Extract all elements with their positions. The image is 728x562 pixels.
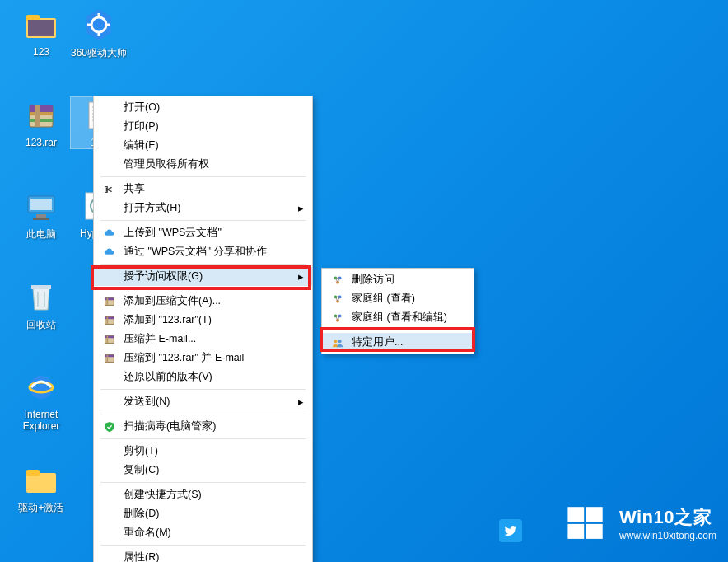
svg-rect-58: [567, 507, 584, 522]
icon-label: Internet: [13, 409, 69, 420]
svg-rect-36: [105, 297, 114, 300]
svg-rect-10: [30, 105, 53, 112]
menu-item-label: 添加到 "123.rar"(T): [124, 313, 289, 327]
cloud-icon: [100, 246, 119, 258]
svg-rect-59: [586, 507, 603, 522]
menu-item[interactable]: 打印(P): [94, 117, 312, 136]
menu-item[interactable]: 删除(D): [94, 504, 312, 523]
menu-item[interactable]: 扫描病毒(电脑管家): [94, 417, 312, 436]
icon-label: 123.rar: [13, 137, 69, 148]
menu-item[interactable]: 打开(O): [94, 98, 312, 117]
desktop-icon-driver-master[interactable]: 360驱动大师: [71, 7, 127, 60]
svg-rect-40: [107, 316, 109, 324]
menu-item-label: 压缩并 E-mail...: [124, 332, 289, 346]
desktop-icon-rar-123[interactable]: 123.rar: [13, 97, 69, 148]
menu-item[interactable]: 添加到 "123.rar"(T): [94, 311, 312, 330]
menu-separator: [100, 414, 306, 414]
menu-item-label: 创建快捷方式(S): [124, 488, 289, 502]
menu-item-label: 打开(O): [124, 101, 289, 115]
menu-separator: [100, 288, 306, 289]
desktop-icon-folder-123[interactable]: 123: [13, 7, 69, 58]
menu-item-label: 属性(R): [124, 550, 289, 562]
menu-item[interactable]: 共享: [94, 180, 312, 199]
cloud-icon: [100, 227, 119, 239]
menu-item-label: 重命名(M): [124, 526, 289, 540]
menu-item[interactable]: 重命名(M): [94, 523, 312, 542]
menu-item-label: 发送到(N): [124, 395, 289, 409]
menu-item[interactable]: 添加到压缩文件(A)...: [94, 292, 312, 311]
menu-item-label: 打印(P): [124, 119, 289, 133]
menu-item-label: 家庭组 (查看): [352, 292, 450, 306]
menu-item[interactable]: 删除访问: [322, 270, 474, 289]
net-icon: [329, 293, 347, 305]
menu-item[interactable]: 压缩并 E-mail...: [94, 330, 312, 349]
submenu-arrow-icon: ▸: [298, 202, 304, 214]
desktop-icon-recycle-bin[interactable]: 回收站: [13, 279, 69, 332]
net-icon: [329, 312, 347, 324]
menu-item[interactable]: 创建快捷方式(S): [94, 485, 312, 504]
desktop-icon-this-pc[interactable]: 此电脑: [13, 188, 69, 241]
menu-item-label: 通过 "WPS云文档" 分享和协作: [124, 245, 289, 259]
menu-item-label: 特定用户...: [352, 335, 450, 349]
menu-item[interactable]: 通过 "WPS云文档" 分享和协作: [94, 242, 312, 261]
svg-point-56: [334, 340, 337, 343]
menu-item[interactable]: 上传到 "WPS云文档": [94, 223, 312, 242]
users-icon: [329, 337, 347, 349]
menu-item[interactable]: 还原以前的版本(V): [94, 368, 312, 386]
shield-icon: [100, 421, 119, 433]
menu-item[interactable]: 授予访问权限(G)▸: [94, 267, 312, 286]
menu-separator: [100, 389, 306, 390]
desktop-icon-internet-explorer[interactable]: InternetExplorer: [13, 369, 69, 432]
menu-item-label: 删除访问: [352, 273, 450, 287]
rar-icon: [100, 334, 119, 345]
menu-item-label: 上传到 "WPS云文档": [124, 226, 289, 240]
menu-item-label: 还原以前的版本(V): [124, 370, 289, 384]
svg-rect-11: [30, 112, 53, 115]
submenu-arrow-icon: ▸: [298, 270, 304, 283]
desktop-icon-driver-activate[interactable]: 驱动+激活: [13, 461, 69, 515]
menu-item-label: 家庭组 (查看和编辑): [352, 311, 450, 325]
icon-label: 驱动+激活: [13, 501, 69, 515]
pc-icon: [23, 188, 59, 224]
menu-item[interactable]: 复制(C): [94, 461, 312, 480]
menu-separator: [329, 330, 467, 330]
rar-icon: [100, 353, 119, 364]
menu-item[interactable]: 属性(R): [94, 548, 312, 562]
net-icon: [329, 274, 347, 286]
menu-item[interactable]: 剪切(T): [94, 442, 312, 461]
svg-rect-45: [105, 354, 114, 357]
menu-item[interactable]: 打开方式(H)▸: [94, 199, 312, 218]
context-submenu-access: 删除访问家庭组 (查看)家庭组 (查看和编辑)特定用户...: [321, 268, 474, 354]
menu-item[interactable]: 家庭组 (查看): [322, 289, 474, 308]
bin-icon: [23, 279, 59, 315]
menu-item-label: 压缩到 "123.rar" 并 E-mail: [124, 351, 289, 365]
svg-rect-12: [30, 119, 53, 122]
menu-item[interactable]: 发送到(N)▸: [94, 392, 312, 411]
menu-item-label: 管理员取得所有权: [124, 157, 289, 171]
menu-item[interactable]: 管理员取得所有权: [94, 155, 312, 174]
icon-label: 123: [13, 46, 69, 58]
svg-rect-23: [33, 218, 49, 220]
svg-rect-21: [30, 199, 52, 210]
svg-rect-22: [36, 214, 46, 218]
folder-img-icon: [23, 7, 59, 43]
menu-separator: [100, 220, 306, 221]
menu-item[interactable]: 压缩到 "123.rar" 并 E-mail: [94, 349, 312, 368]
rar-icon: [23, 97, 59, 133]
rar-icon: [100, 296, 119, 307]
icon-label: 回收站: [13, 318, 69, 332]
menu-separator: [100, 264, 306, 265]
svg-rect-27: [31, 285, 51, 289]
svg-rect-61: [586, 524, 603, 539]
menu-item[interactable]: 特定用户...: [322, 333, 474, 352]
menu-item-label: 打开方式(H): [124, 201, 289, 215]
menu-item-label: 删除(D): [124, 507, 289, 521]
menu-separator: [100, 176, 306, 177]
svg-rect-37: [107, 297, 109, 305]
menu-item-label: 剪切(T): [124, 444, 289, 458]
context-menu: 打开(O)打印(P)编辑(E)管理员取得所有权共享打开方式(H)▸上传到 "WP…: [93, 96, 313, 562]
watermark-title: Win10之家: [619, 505, 716, 530]
menu-item[interactable]: 编辑(E): [94, 136, 312, 155]
svg-rect-46: [107, 354, 109, 362]
menu-item[interactable]: 家庭组 (查看和编辑): [322, 308, 474, 327]
